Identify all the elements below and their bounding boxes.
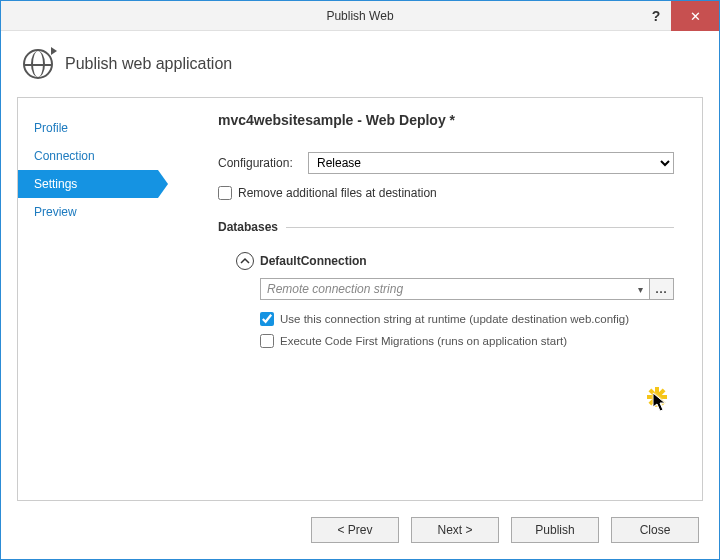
use-connstring-checkbox[interactable] — [260, 312, 274, 326]
sidebar-item-connection[interactable]: Connection — [18, 142, 158, 170]
chevron-down-icon: ▾ — [638, 284, 643, 295]
prev-button[interactable]: < Prev — [311, 517, 399, 543]
use-connstring-row[interactable]: Use this connection string at runtime (u… — [260, 312, 674, 326]
sidebar-item-profile[interactable]: Profile — [18, 114, 158, 142]
wizard-buttons: < Prev Next > Publish Close — [1, 511, 719, 559]
globe-publish-icon — [23, 49, 53, 79]
databases-section-label: Databases — [218, 220, 278, 234]
dialog-header: Publish web application — [1, 31, 719, 89]
sidebar-item-label: Preview — [34, 205, 77, 219]
close-button[interactable]: Close — [611, 517, 699, 543]
divider — [286, 227, 674, 228]
titlebar-controls: ? ✕ — [641, 1, 719, 31]
wizard-sidebar: Profile Connection Settings Preview — [18, 98, 158, 500]
connection-string-combo[interactable]: Remote connection string ▾ — [260, 278, 650, 300]
titlebar: Publish Web ? ✕ — [1, 1, 719, 31]
publish-web-dialog: Publish Web ? ✕ Publish web application … — [0, 0, 720, 560]
sidebar-item-label: Connection — [34, 149, 95, 163]
exec-migrations-checkbox[interactable] — [260, 334, 274, 348]
database-block: DefaultConnection Remote connection stri… — [236, 252, 674, 348]
connection-string-row: Remote connection string ▾ ... — [260, 278, 674, 300]
connection-string-browse-button[interactable]: ... — [650, 278, 674, 300]
close-window-button[interactable]: ✕ — [671, 1, 719, 31]
publish-button[interactable]: Publish — [511, 517, 599, 543]
db-options: Use this connection string at runtime (u… — [260, 312, 674, 348]
publish-profile-heading: mvc4websitesample - Web Deploy * — [218, 112, 674, 128]
exec-migrations-label: Execute Code First Migrations (runs on a… — [280, 335, 567, 347]
configuration-label: Configuration: — [218, 156, 308, 170]
db-connection-name: DefaultConnection — [260, 254, 367, 268]
titlebar-title: Publish Web — [326, 9, 393, 23]
content-wrap: Profile Connection Settings Preview mvc4… — [17, 97, 703, 501]
ellipsis-icon: ... — [655, 283, 667, 295]
dialog-header-text: Publish web application — [65, 55, 232, 73]
use-connstring-label: Use this connection string at runtime (u… — [280, 313, 629, 325]
next-button[interactable]: Next > — [411, 517, 499, 543]
configuration-row: Configuration: Release — [218, 152, 674, 174]
connection-string-placeholder: Remote connection string — [267, 282, 403, 296]
sidebar-item-settings[interactable]: Settings — [18, 170, 158, 198]
databases-section-header: Databases — [218, 220, 674, 234]
exec-migrations-row[interactable]: Execute Code First Migrations (runs on a… — [260, 334, 674, 348]
remove-files-checkbox[interactable] — [218, 186, 232, 200]
sidebar-item-label: Profile — [34, 121, 68, 135]
help-button[interactable]: ? — [641, 1, 671, 31]
settings-panel: mvc4websitesample - Web Deploy * Configu… — [158, 98, 702, 500]
sidebar-item-label: Settings — [34, 177, 77, 191]
db-connection-header[interactable]: DefaultConnection — [236, 252, 674, 270]
chevron-up-icon[interactable] — [236, 252, 254, 270]
sidebar-item-preview[interactable]: Preview — [18, 198, 158, 226]
remove-files-label: Remove additional files at destination — [238, 186, 437, 200]
configuration-select[interactable]: Release — [308, 152, 674, 174]
remove-files-row[interactable]: Remove additional files at destination — [218, 186, 674, 200]
